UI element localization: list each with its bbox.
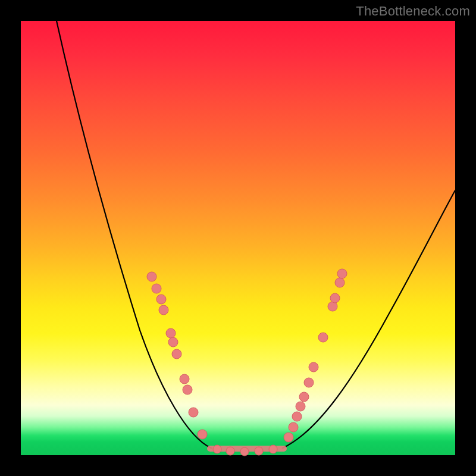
left-curve [57, 21, 211, 448]
data-point [296, 402, 305, 411]
data-point [180, 374, 189, 384]
data-point [147, 272, 156, 281]
data-point [240, 447, 249, 456]
data-point [289, 422, 298, 432]
data-point [284, 433, 293, 442]
data-point [328, 302, 337, 311]
data-point [172, 349, 181, 359]
data-point [309, 362, 318, 372]
right-curve [283, 190, 455, 448]
data-point [189, 408, 198, 417]
data-point [337, 269, 347, 278]
data-point [299, 392, 309, 402]
data-point [166, 328, 176, 338]
data-point [335, 278, 345, 287]
data-point [318, 333, 328, 342]
data-point [304, 378, 314, 387]
chart-svg [21, 21, 455, 455]
data-point [292, 412, 302, 421]
data-point [330, 293, 340, 303]
plot-area [21, 21, 455, 455]
data-point [213, 445, 221, 453]
data-point [159, 305, 168, 315]
data-point [255, 447, 263, 455]
data-point [183, 385, 192, 394]
data-point [156, 295, 166, 304]
outer-frame: TheBottleneck.com [0, 0, 476, 476]
data-point [226, 447, 234, 455]
data-point [198, 430, 207, 439]
dots-left [147, 272, 207, 439]
data-point [168, 337, 178, 347]
watermark-text: TheBottleneck.com [356, 4, 470, 19]
data-point [152, 284, 161, 293]
dots-right [284, 269, 347, 442]
data-point [269, 445, 277, 453]
